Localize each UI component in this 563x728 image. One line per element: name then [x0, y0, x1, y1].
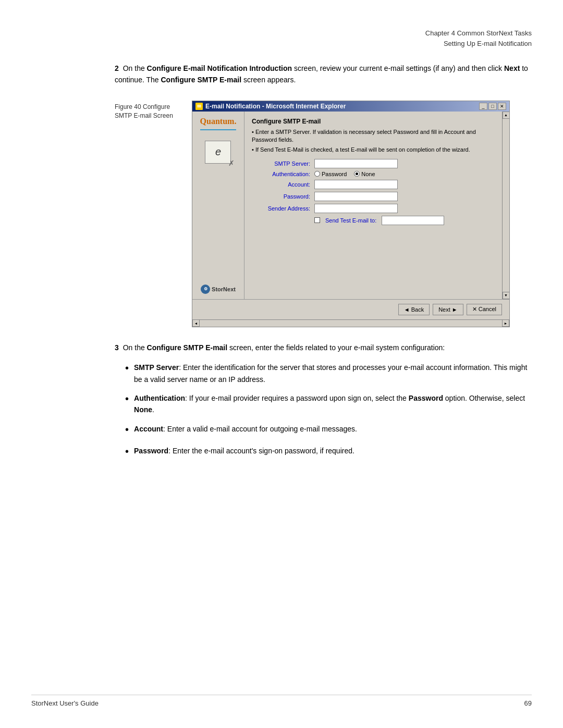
bullet-password-text: Password: Enter the e-mail account's sig…: [134, 445, 354, 456]
bullet-list: • SMTP Server: Enter the identification …: [125, 362, 532, 460]
ie-close-button[interactable]: ✕: [498, 103, 506, 110]
bullet-dot-1: •: [125, 360, 129, 376]
step-2-text4: screen appears.: [241, 76, 296, 84]
next-button[interactable]: Next ►: [433, 304, 463, 315]
vertical-scrollbar[interactable]: ▲ ▼: [502, 112, 509, 299]
step-3-bold1: Configure SMTP E-mail: [147, 343, 228, 352]
account-label: Account:: [252, 181, 314, 188]
email-arrow-icon: ✗: [228, 159, 235, 167]
radio-password-label: Password: [322, 171, 347, 177]
ie-sidebar: Quantum. e ✗ ⚙ StorNext: [192, 112, 244, 299]
ie-window: ✉ E-mail Notification - Microsoft Intern…: [192, 101, 510, 327]
radio-none-label: None: [361, 171, 375, 177]
quantum-logo: Quantum.: [200, 117, 237, 130]
step-2-bold2: Next: [504, 64, 520, 72]
cancel-button[interactable]: ✕ Cancel: [467, 304, 502, 315]
account-input[interactable]: [314, 180, 398, 189]
step-2-bold1: Configure E-mail Notification Introducti…: [147, 64, 292, 72]
ie-form-area: Configure SMTP E-mail • Enter a SMTP Ser…: [244, 112, 502, 299]
step-3-block: 3 On the Configure SMTP E-mail screen, e…: [115, 342, 532, 353]
step-3-number: 3: [115, 343, 119, 352]
step-2-number: 2: [115, 64, 119, 72]
ie-window-title: E-mail Notification - Microsoft Internet…: [205, 103, 346, 110]
ie-desc-bullet2: • If Send Test E-Mail is checked, a test…: [252, 146, 495, 154]
back-button[interactable]: ◄ Back: [398, 304, 430, 315]
bullet-dot-4: •: [125, 443, 129, 460]
auth-radio-group: Password None: [314, 171, 375, 177]
scroll-right-arrow[interactable]: ►: [502, 319, 509, 327]
step-2-text2: screen, review your current e-mail setti…: [292, 64, 504, 72]
bullet-password-bold: Password: [409, 394, 443, 402]
step-2-bold3: Configure SMTP E-mail: [161, 76, 241, 84]
smtp-server-input[interactable]: [314, 159, 398, 168]
email-icon: e ✗: [205, 141, 231, 164]
scroll-up-arrow[interactable]: ▲: [503, 112, 510, 119]
password-label: Password:: [252, 193, 314, 200]
ie-window-icon: ✉: [195, 103, 203, 110]
bullet-smtp-text: SMTP Server: Enter the identification fo…: [134, 362, 532, 385]
header-line2: Setting Up E-mail Notification: [425, 39, 532, 49]
radio-none-circle[interactable]: [354, 171, 360, 177]
auth-label: Authentication:: [252, 171, 314, 177]
stornext-logo-icon: ⚙: [201, 285, 210, 294]
bullet-password: • Password: Enter the e-mail account's s…: [125, 445, 532, 460]
bullet-account-text: Account: Enter a valid e-mail account fo…: [134, 423, 357, 435]
send-test-input[interactable]: [382, 216, 444, 225]
footer-right: 69: [524, 699, 532, 707]
step-2-block: 2 On the Configure E-mail Notification I…: [115, 63, 532, 86]
stornext-logo-text: StorNext: [212, 286, 236, 292]
figure-area: Figure 40 Configure SMTP E-mail Screen ✉…: [115, 101, 532, 327]
smtp-server-label: SMTP Server:: [252, 161, 314, 167]
email-letter-icon: e: [215, 146, 221, 158]
smtp-server-row: SMTP Server:: [252, 159, 495, 168]
header-line1: Chapter 4 Common StorNext Tasks: [425, 28, 532, 39]
step-2-text1: On the: [123, 64, 147, 72]
bullet-account: • Account: Enter a valid e-mail account …: [125, 423, 532, 438]
bullet-smtp: • SMTP Server: Enter the identification …: [125, 362, 532, 385]
figure-caption: Figure 40 Configure SMTP E-mail Screen: [115, 103, 182, 120]
ie-desc-bullet1: • Enter a SMTP Server. If validation is …: [252, 128, 495, 144]
bullet-auth-text: Authentication: If your e-mail provider …: [134, 392, 532, 416]
step-3-text2: screen, enter the fields related to your…: [227, 343, 445, 352]
send-test-label: Send Test E-mail to:: [325, 217, 376, 224]
bullet-none-bold: None: [134, 405, 152, 414]
page-footer: StorNext User's Guide 69: [31, 695, 532, 707]
sender-label: Sender Address:: [252, 205, 314, 212]
page-header: Chapter 4 Common StorNext Tasks Setting …: [425, 28, 532, 48]
bullet-smtp-bold: SMTP Server: [134, 363, 179, 372]
step-3-text1: On the: [123, 343, 147, 352]
bullet-password-field-bold: Password: [134, 447, 168, 455]
bullet-auth: • Authentication: If your e-mail provide…: [125, 392, 532, 416]
bullet-account-bold: Account: [134, 425, 163, 433]
auth-row: Authentication: Password: [252, 171, 495, 177]
account-row: Account:: [252, 180, 495, 189]
ie-footer: ◄ Back Next ► ✕ Cancel: [192, 299, 509, 319]
radio-password-circle[interactable]: [314, 171, 320, 177]
send-test-checkbox[interactable]: [314, 217, 320, 223]
ie-desc: • Enter a SMTP Server. If validation is …: [252, 128, 495, 154]
radio-none-option[interactable]: None: [354, 171, 375, 177]
footer-left: StorNext User's Guide: [31, 699, 99, 707]
ie-titlebar: ✉ E-mail Notification - Microsoft Intern…: [192, 101, 509, 112]
bullet-auth-bold: Authentication: [134, 394, 185, 402]
ie-maximize-button[interactable]: □: [488, 103, 497, 110]
password-row: Password:: [252, 192, 495, 201]
ie-minimize-button[interactable]: _: [479, 103, 487, 110]
sender-row: Sender Address:: [252, 204, 495, 213]
scroll-down-arrow[interactable]: ▼: [503, 292, 510, 299]
horizontal-scrollbar[interactable]: ◄ ►: [192, 319, 509, 327]
scroll-left-arrow[interactable]: ◄: [192, 319, 200, 327]
ie-section-title: Configure SMTP E-mail: [252, 118, 495, 125]
radio-password-option[interactable]: Password: [314, 171, 347, 177]
ie-window-buttons[interactable]: _ □ ✕: [479, 103, 506, 110]
bullet-dot-3: •: [125, 421, 129, 438]
bullet-dot-2: •: [125, 390, 129, 407]
send-test-row: Send Test E-mail to:: [252, 216, 495, 225]
password-input[interactable]: [314, 192, 398, 201]
sender-input[interactable]: [314, 204, 398, 213]
stornext-logo: ⚙ StorNext: [201, 285, 236, 294]
